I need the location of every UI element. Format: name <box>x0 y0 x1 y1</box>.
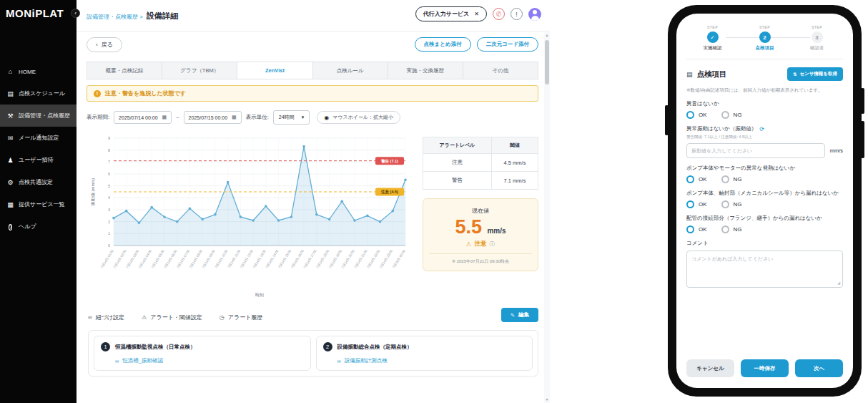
mouse-wheel-hint: ◉ マウスホイール：拡大縮小 <box>317 111 400 124</box>
tab-alert-threshold-settings[interactable]: ⚠ アラート・閾値設定 <box>142 314 202 321</box>
current-value-label: 現在値 <box>429 207 532 215</box>
list-icon: ▦ <box>6 201 14 208</box>
sidebar-item-user-invite[interactable]: ♟ユーザー招待 <box>0 149 77 171</box>
sidebar-item-label: 提供サービス一覧 <box>19 200 65 208</box>
attach-inspection-summary-button[interactable]: 点検まとめ添付 <box>415 37 471 52</box>
phone-screen: STEP ✓ 実施確認 STEP 2 点検項目 STEP 3 確認者 ▤ <box>676 14 853 388</box>
tab-overview-records[interactable]: 概要・点検記録 <box>87 62 162 79</box>
card-header: 1 恒温槽振動監視点検（日常点検） <box>101 342 304 351</box>
sidebar-item-home[interactable]: ⌂HOME <box>0 61 77 82</box>
question-abnormal-vibration: 異常振動はないか（振動値） ⟳ 警告閾値: 7.1以上 / 注意閾値: 4.5以… <box>686 125 843 158</box>
avatar[interactable] <box>528 8 541 21</box>
threshold-hint: 警告閾値: 7.1以上 / 注意閾値: 4.5以上 <box>686 135 843 140</box>
vibration-value-input[interactable] <box>686 143 825 158</box>
proxy-input-service-button[interactable]: 代行入力サービス ✕ <box>415 6 487 21</box>
breadcrumb-parent-link[interactable]: 設備管理・点検履歴 > <box>87 13 143 21</box>
attach-qr-code-button[interactable]: 二次元コード添付 <box>477 37 538 52</box>
back-button[interactable]: ‹ 戻る <box>87 37 122 52</box>
proxy-input-service-label: 代行入力サービス <box>423 10 470 18</box>
sidebar-item-mail-settings[interactable]: ✉メール通知設定 <box>0 127 77 149</box>
tab-zenvist[interactable]: ZenVist <box>237 62 312 79</box>
resize-grip-icon[interactable]: ◢ <box>837 281 840 285</box>
info-icon[interactable]: ⓘ <box>490 241 495 248</box>
tab-graph-tbm[interactable]: グラフ（TBM） <box>162 62 237 79</box>
radio-ng[interactable]: NG <box>721 111 742 119</box>
close-icon[interactable]: ✕ <box>474 11 479 17</box>
chart-controls: 表示期間: 2025/07/14 00:00 ▦ ~ 2025/07/15 00… <box>87 110 538 125</box>
sidebar-item-help[interactable]: ?ヘルプ <box>0 215 77 238</box>
link-icon: ∞ <box>337 358 341 364</box>
sidebar-item-label: メール通知設定 <box>19 134 59 142</box>
sidebar: MONiPLAT ‹ ⌂HOME ▤点検スケジュール ⚒設備管理・点検履歴 ✉メ… <box>0 0 77 403</box>
question-text: 異音はないか <box>686 100 843 107</box>
comment-textarea[interactable] <box>686 251 843 288</box>
inspection-link-label: 設備振動計測点検 <box>345 357 388 364</box>
radio-ok[interactable]: OK <box>686 225 707 233</box>
radio-ok[interactable]: OK <box>686 200 707 208</box>
question-pipe-leak: 配管の接続部分（フランジ、継手）からの漏れはないか OK NG <box>686 215 843 233</box>
scrollbar-up-arrow[interactable]: ▲ <box>544 32 550 39</box>
step-3-approver[interactable]: STEP 3 確認者 <box>791 25 843 52</box>
svg-text:時刻: 時刻 <box>255 293 264 297</box>
tab-link-settings[interactable]: ∞ 紐づけ設定 <box>88 314 124 321</box>
question-seal-leak: ポンプ本体、軸封部（メカニカルシール等）から漏れはないか OK NG <box>686 190 843 208</box>
next-button[interactable]: 次へ <box>795 359 843 377</box>
support-phone-icon[interactable]: ✆ <box>493 8 505 20</box>
table-header-threshold: 閾値 <box>492 137 538 154</box>
phone-header: ▤ 点検項目 ⇅ センサ情報を取得 <box>686 67 843 81</box>
notification-icon[interactable]: ! <box>511 8 523 20</box>
tab-execution-history[interactable]: 実施・交換履歴 <box>388 62 463 79</box>
get-sensor-info-button[interactable]: ⇅ センサ情報を取得 <box>787 67 843 81</box>
svg-text:0: 0 <box>108 243 110 248</box>
sidebar-collapse-button[interactable]: ‹ <box>71 9 80 18</box>
inspection-link[interactable]: ∞ 設備振動計測点検 <box>337 357 526 364</box>
cancel-button[interactable]: キャンセル <box>686 359 734 377</box>
scrollbar-thumb[interactable] <box>545 40 549 84</box>
date-from-input[interactable]: 2025/07/14 00:00 ▦ <box>114 111 172 124</box>
radio-label: OK <box>699 201 707 208</box>
step-2-items[interactable]: STEP 2 点検項目 <box>739 25 791 52</box>
linked-inspections-panel: 1 恒温槽振動監視点検（日常点検） ∞ 恒温槽_振動確認 2 設備振動総合点検（… <box>88 330 538 377</box>
radio-label: NG <box>734 226 742 233</box>
vibration-chart[interactable]: 0123456789警告 (7.1)注意 (4.5)7月14日 01:007月1… <box>88 131 418 298</box>
save-draft-button[interactable]: 一時保存 <box>741 359 789 377</box>
sidebar-nav: ⌂HOME ▤点検スケジュール ⚒設備管理・点検履歴 ✉メール通知設定 ♟ユーザ… <box>0 61 77 238</box>
sidebar-item-inspection-schedule[interactable]: ▤点検スケジュール <box>0 82 77 105</box>
radio-dot <box>721 200 729 208</box>
step-1-confirm[interactable]: STEP ✓ 実施確認 <box>686 25 739 52</box>
sidebar-item-services[interactable]: ▦提供サービス一覧 <box>0 193 77 215</box>
topbar-actions: 代行入力サービス ✕ ✆ ! <box>415 6 541 21</box>
sidebar-item-equipment-history[interactable]: ⚒設備管理・点検履歴 <box>0 105 77 127</box>
inspection-link[interactable]: ∞ 恒温槽_振動確認 <box>115 357 304 364</box>
current-value-card: 現在値 5.5 mm/s ⚠ 注意 ⓘ ※ 2025年07月21日 09:30時… <box>423 198 538 271</box>
tab-alert-history[interactable]: ◷ アラート履歴 <box>220 314 263 321</box>
cell-warning-level: 警告 <box>423 172 492 190</box>
sidebar-item-common-settings[interactable]: ⚙点検共通設定 <box>0 171 77 193</box>
breadcrumb: 設備管理・点検履歴 > 設備詳細 <box>87 11 178 21</box>
table-header-alert-level: アラートレベル <box>423 137 492 154</box>
refresh-icon[interactable]: ⟳ <box>759 126 764 132</box>
comment-label: コメント <box>686 240 843 247</box>
date-to-input[interactable]: 2025/07/15 00:00 ▦ <box>184 111 242 124</box>
radio-ng[interactable]: NG <box>721 200 742 208</box>
radio-ok[interactable]: OK <box>686 175 707 183</box>
cell-caution-level: 注意 <box>423 154 492 172</box>
current-value-row: 5.5 mm/s <box>429 217 532 237</box>
tab-other[interactable]: その他 <box>463 62 538 79</box>
svg-text:7: 7 <box>108 160 110 164</box>
svg-text:1: 1 <box>108 231 110 236</box>
svg-text:5: 5 <box>108 184 110 188</box>
question-abnormal-sound: 異音はないか OK NG <box>686 100 843 119</box>
scrollbar-down-arrow[interactable]: ▼ <box>544 397 550 403</box>
tab-inspection-rules[interactable]: 点検ルール <box>313 62 388 79</box>
lower-tabs: ∞ 紐づけ設定 ⚠ アラート・閾値設定 ◷ アラート履歴 ✎ 編集 <box>88 310 538 324</box>
home-icon: ⌂ <box>6 68 14 75</box>
edit-button[interactable]: ✎ 編集 <box>501 308 538 322</box>
warning-icon: ⚠ <box>466 241 472 248</box>
radio-ng[interactable]: NG <box>721 175 742 183</box>
mail-icon: ✉ <box>6 135 14 142</box>
radio-ok[interactable]: OK <box>686 111 707 119</box>
linked-inspection-card: 1 恒温槽振動監視点検（日常点検） ∞ 恒温槽_振動確認 <box>94 336 311 371</box>
display-unit-select[interactable]: 24時間 ▾ <box>273 110 310 125</box>
radio-ng[interactable]: NG <box>721 225 742 233</box>
